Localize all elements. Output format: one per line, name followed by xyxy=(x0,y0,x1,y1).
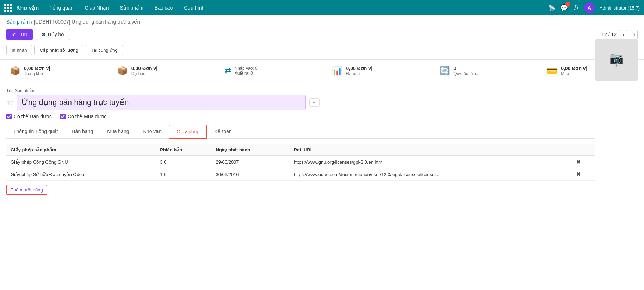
table-row: Giấy phép Công Cộng GNU 3.0 29/06/2007 h… xyxy=(6,156,595,168)
license-date-cell: 30/06/2016 xyxy=(212,168,290,181)
add-row-button[interactable]: Thêm một dòng xyxy=(6,185,47,195)
purchase-icon: 💳 xyxy=(547,66,557,76)
toolbar: ✔ Lưu ✖ Hủy bỏ 12 / 12 ‹ › xyxy=(0,27,644,44)
can-buy-checkbox-item[interactable]: Có thể Mua được xyxy=(60,114,106,119)
tab-giay-phep[interactable]: Giấy phép xyxy=(169,125,207,139)
tab-ban-hang[interactable]: Bán hàng xyxy=(65,125,100,139)
breadcrumb-current: [UDBHTT00007] Ứng dụng bán hàng trực tuy… xyxy=(34,19,140,25)
stats-bar: 📦 0,00 Đơn vị Trong kho 📦 0,00 Đơn vị Dự… xyxy=(0,60,644,82)
update-quantity-button[interactable]: Cập nhật số lượng xyxy=(34,45,83,55)
top-navigation: Kho vận Tổng quan Giao Nhận Sản phẩm Báo… xyxy=(0,0,644,15)
delete-row-icon[interactable]: ✖ xyxy=(576,171,581,177)
reorder-icon: 🔄 xyxy=(439,66,450,76)
antenna-icon[interactable]: 📡 xyxy=(548,5,555,11)
can-buy-checkbox[interactable] xyxy=(60,114,66,119)
stat-trong-kho[interactable]: 📦 0,00 Đơn vị Trong kho xyxy=(0,62,107,80)
grid-icon xyxy=(4,4,12,12)
warehouse-icon: 📦 xyxy=(10,66,20,76)
toolbar-left: ✔ Lưu ✖ Hủy bỏ xyxy=(6,29,70,40)
license-name-cell: Giấy phép Công Cộng GNU xyxy=(6,156,156,168)
chat-badge: 1 xyxy=(565,2,570,7)
save-button[interactable]: ✔ Lưu xyxy=(6,29,33,40)
license-version-cell: 1.0 xyxy=(156,168,211,181)
stat-nhap-vao: Nhập vào: 0 xyxy=(235,66,258,71)
stat-trong-kho-label: Trong kho xyxy=(24,71,50,76)
col-url: Ref. URL xyxy=(290,144,572,156)
app-logo[interactable]: Kho vận xyxy=(4,4,39,12)
licenses-table: Giấy phép sản phẩm Phiên bản Ngày phát h… xyxy=(6,144,595,181)
stat-da-ban-value: 0,00 Đơn vị xyxy=(346,65,372,71)
top-nav-right: 📡 💬 1 ⏱ A Administrator (15.7) xyxy=(548,2,640,13)
user-name[interactable]: Administrator (15.7) xyxy=(600,5,640,11)
avatar[interactable]: A xyxy=(584,2,595,13)
breadcrumb: Sản phẩm / [UDBHTT00007] Ứng dụng bán hà… xyxy=(0,15,644,27)
favorite-icon[interactable]: ☆ xyxy=(6,98,13,107)
can-sell-checkbox[interactable] xyxy=(6,114,12,119)
product-image-placeholder[interactable]: 📷 + xyxy=(595,39,638,81)
stat-xuat-ra: Xuất ra: 0 xyxy=(235,71,258,76)
stat-nhap-xuat[interactable]: ⇄ Nhập vào: 0 Xuất ra: 0 xyxy=(215,62,322,80)
stat-quy-tac-label: Quy tắc tái c... xyxy=(453,71,481,76)
x-icon: ✖ xyxy=(42,32,46,37)
print-label-button[interactable]: In nhãn xyxy=(6,45,32,55)
product-name-row: ☆ VI xyxy=(6,95,595,110)
breadcrumb-separator: / xyxy=(31,19,34,25)
stat-du-bao-label: Dự báo xyxy=(131,71,157,76)
delete-cell[interactable]: ✖ xyxy=(572,168,595,181)
pagination-info: 12 / 12 xyxy=(601,32,617,37)
nav-cau-hinh[interactable]: Cấu hình xyxy=(179,3,209,13)
resupply-button[interactable]: Tái cung ứng xyxy=(86,45,123,55)
stat-da-ban-label: Đã bán xyxy=(346,71,372,76)
product-name-input[interactable] xyxy=(17,95,306,110)
nav-bao-cao[interactable]: Báo cáo xyxy=(150,3,178,13)
cancel-button[interactable]: ✖ Hủy bỏ xyxy=(36,29,70,40)
stat-quy-tac-value: 0 xyxy=(453,65,481,71)
col-delete xyxy=(572,144,595,156)
license-url-cell: https://www.gnu.org/licenses/gpl-3.0.en.… xyxy=(290,156,572,168)
stat-du-bao[interactable]: 📦 0,00 Đơn vị Dự báo xyxy=(107,62,215,80)
nav-san-pham[interactable]: Sản phẩm xyxy=(115,3,148,13)
license-url-cell: https://www.odoo.com/documentation/user/… xyxy=(290,168,572,181)
content-left: Tên Sản phẩm ☆ VI Có thể Bán được Có thể… xyxy=(6,88,595,195)
cancel-label: Hủy bỏ xyxy=(48,32,64,37)
transfer-icon: ⇄ xyxy=(225,66,231,75)
chat-icon[interactable]: 💬 1 xyxy=(560,4,568,12)
delete-cell[interactable]: ✖ xyxy=(572,156,595,168)
forecast-icon: 📦 xyxy=(117,66,128,76)
stat-quy-tac[interactable]: 🔄 0 Quy tắc tái c... xyxy=(429,62,537,80)
licenses-table-head: Giấy phép sản phẩm Phiên bản Ngày phát h… xyxy=(6,144,595,156)
checkmark-icon: ✔ xyxy=(12,32,16,37)
tab-kho-van[interactable]: Kho vận xyxy=(136,125,169,139)
col-version: Phiên bản xyxy=(156,144,211,156)
tab-mua-hang[interactable]: Mua hàng xyxy=(100,125,136,139)
delete-row-icon[interactable]: ✖ xyxy=(576,159,581,165)
stat-du-bao-value: 0,00 Đơn vị xyxy=(131,65,157,71)
col-license-name: Giấy phép sản phẩm xyxy=(6,144,156,156)
license-date-cell: 29/06/2007 xyxy=(212,156,290,168)
tab-tong-quat[interactable]: Thông tin Tổng quát xyxy=(6,125,65,139)
next-record-button[interactable]: › xyxy=(631,30,638,39)
col-date: Ngày phát hành xyxy=(212,144,290,156)
table-row: Giấy phép Sở hữu Độc quyền Odoo 1.0 30/0… xyxy=(6,168,595,181)
clock-icon[interactable]: ⏱ xyxy=(573,4,579,12)
sold-icon: 📊 xyxy=(332,66,342,76)
stat-mua-label: Mua xyxy=(561,71,587,76)
tab-ke-toan[interactable]: Kế toán xyxy=(207,125,239,139)
nav-giao-nhan[interactable]: Giao Nhận xyxy=(80,3,113,13)
prev-record-button[interactable]: ‹ xyxy=(620,30,627,39)
can-sell-checkbox-item[interactable]: Có thể Bán được xyxy=(6,114,52,119)
license-version-cell: 3.0 xyxy=(156,156,211,168)
language-badge: VI xyxy=(309,98,320,107)
main-content: Tên Sản phẩm ☆ VI Có thể Bán được Có thể… xyxy=(0,82,644,195)
plus-icon: + xyxy=(615,62,619,69)
license-name-cell: Giấy phép Sở hữu Độc quyền Odoo xyxy=(6,168,156,181)
nav-tong-quan[interactable]: Tổng quan xyxy=(44,3,78,13)
nav-items: Tổng quan Giao Nhận Sản phẩm Báo cáo Cấu… xyxy=(44,3,548,13)
stat-da-ban[interactable]: 📊 0,00 Đơn vị Đã bán xyxy=(322,62,429,80)
checkbox-row: Có thể Bán được Có thể Mua được xyxy=(6,114,595,119)
content-row: Tên Sản phẩm ☆ VI Có thể Bán được Có thể… xyxy=(6,88,638,195)
toolbar-right: 12 / 12 ‹ › xyxy=(601,30,638,39)
tabs-bar: Thông tin Tổng quát Bán hàng Mua hàng Kh… xyxy=(6,125,595,139)
stat-trong-kho-value: 0,00 Đơn vị xyxy=(24,65,50,71)
breadcrumb-parent[interactable]: Sản phẩm xyxy=(6,19,30,25)
